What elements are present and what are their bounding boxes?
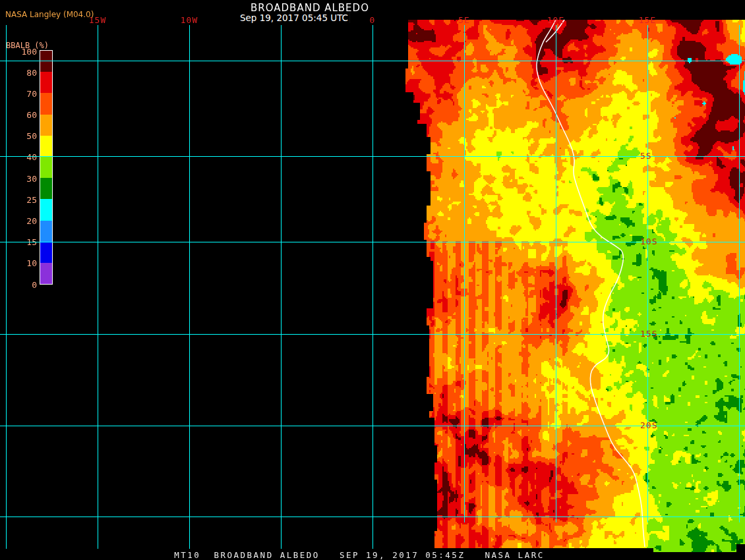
colorbar-tick-20: 20: [9, 216, 37, 226]
colorbar-segment-40-50: [40, 136, 52, 157]
albedo-product-view: BBALB (%) 100807060504030252015100 15W10…: [0, 0, 745, 560]
colorbar-segment-80-100: [40, 51, 52, 72]
meridian-line-0: [372, 25, 373, 549]
colorbar-segment-20-25: [40, 199, 52, 220]
parallel-label-15S: 15S: [640, 329, 657, 339]
meridian-label-10W: 10W: [175, 15, 204, 25]
status-bar: MT10 BROADBAND ALBEDO SEP 19, 2017 05:45…: [0, 550, 719, 560]
meridian-label-0: 0: [358, 15, 387, 25]
colorbar-segment-25-30: [40, 178, 52, 199]
colorbar-tick-10: 10: [9, 258, 37, 268]
parallel-label-10S: 10S: [640, 237, 657, 246]
colorbar-tick-25: 25: [9, 195, 37, 205]
meridian-label-5E: 5E: [450, 15, 479, 25]
meridian-line-10W: [189, 25, 190, 549]
parallel-line-10S: [0, 242, 745, 242]
colorbar-segment-60-70: [40, 93, 52, 114]
colorbar-tick-40: 40: [9, 152, 37, 162]
colorbar-tick-50: 50: [9, 131, 37, 141]
meridian-line-15W: [98, 25, 98, 549]
timestamp: Sep 19, 2017 05:45 UTC: [238, 13, 350, 23]
colorbar-segment-10-15: [40, 242, 52, 263]
meridian-line: [6, 25, 7, 549]
parallel-line: [0, 61, 745, 61]
colorbar-tick-0: 0: [9, 280, 37, 290]
colorbar-segment-50-60: [40, 115, 52, 136]
parallel-label-5S: 5S: [640, 151, 652, 161]
colorbar-tick-60: 60: [9, 110, 37, 120]
colorbar-tick-70: 70: [9, 89, 37, 99]
meridian-line-15E: [647, 25, 648, 522]
parallel-line: [0, 517, 745, 517]
parallel-line-5S: [0, 156, 745, 157]
colorbar-segment-15-20: [40, 221, 52, 242]
colorbar-tick-80: 80: [9, 68, 37, 78]
colorbar-segment-70-80: [40, 72, 52, 93]
parallel-label-20S: 20S: [640, 420, 657, 430]
colorbar-tick-100: 100: [9, 47, 37, 57]
parallel-line-15S: [0, 334, 745, 335]
meridian-line-10E: [556, 25, 556, 522]
colorbar-segment-0-10: [40, 263, 52, 284]
meridian-line: [739, 25, 740, 522]
credit-label: NASA Langley (M04.0): [5, 10, 94, 19]
colorbar: [40, 50, 53, 285]
meridian-line-5W: [281, 25, 282, 549]
parallel-line-20S: [0, 426, 745, 426]
meridian-label-10E: 10E: [541, 15, 570, 25]
colorbar-segment-30-40: [40, 157, 52, 178]
meridian-label-15E: 15E: [633, 15, 662, 25]
colorbar-tick-30: 30: [9, 174, 37, 184]
meridian-line-5E: [464, 25, 465, 522]
